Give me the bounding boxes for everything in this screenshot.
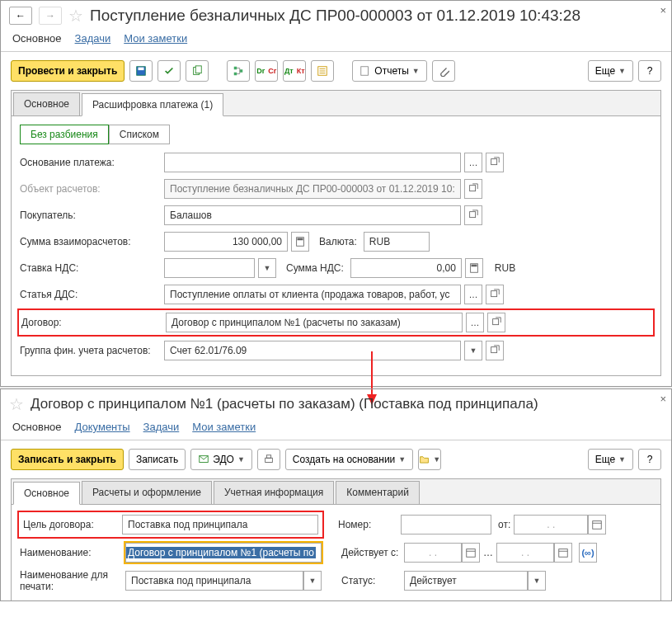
nav-back-button[interactable]: ← [9, 7, 32, 25]
tab-payment-detail[interactable]: Расшифровка платежа (1) [82, 93, 223, 116]
vat-rate-label: Ставка НДС: [20, 262, 164, 274]
edo-button[interactable]: ЭДО ▼ [190, 449, 252, 470]
from-label: от: [498, 519, 510, 530]
select-button[interactable]: … [464, 153, 482, 172]
svg-rect-9 [491, 159, 497, 165]
nav-notes[interactable]: Мои заметки [192, 421, 256, 433]
drcr-icon[interactable]: DrCr [255, 60, 278, 82]
tab-main[interactable]: Основное [13, 482, 80, 505]
dropdown-button[interactable]: ▼ [303, 571, 322, 591]
nav-tasks[interactable]: Задачи [143, 421, 180, 433]
calculator-icon[interactable] [291, 232, 309, 252]
open-button[interactable] [486, 153, 504, 172]
structure-icon[interactable] [227, 60, 250, 82]
attach-icon[interactable] [432, 60, 455, 82]
open-button[interactable] [464, 205, 482, 225]
calcobj-input: Поступление безналичных ДС ПР00-000003 о… [164, 179, 461, 199]
basis-label: Основание платежа: [20, 157, 164, 168]
calendar-icon[interactable] [554, 543, 572, 563]
write-and-close-button[interactable]: Записать и закрыть [11, 449, 124, 470]
svg-rect-26 [559, 549, 568, 558]
nav-main[interactable]: Основное [12, 421, 62, 433]
dropdown-button[interactable]: ▼ [258, 258, 276, 278]
toggle-list[interactable]: Списком [109, 125, 170, 144]
favorite-star-icon[interactable]: ☆ [68, 6, 83, 26]
favorite-star-icon[interactable]: ☆ [9, 394, 24, 414]
dropdown-button[interactable]: ▼ [464, 341, 482, 360]
from-date-input[interactable]: . . [514, 515, 588, 534]
vat-sum-input[interactable]: 0,00 [350, 258, 462, 278]
svg-rect-24 [593, 521, 602, 530]
basis-input[interactable] [164, 153, 461, 172]
name-input[interactable]: Договор с принципалом №1 (расчеты по [125, 543, 322, 563]
printname-label: Наименование для печати: [20, 569, 125, 592]
write-button[interactable]: Записать [129, 449, 186, 470]
sum-input[interactable]: 130 000,00 [164, 232, 288, 252]
calendar-icon[interactable] [462, 543, 480, 563]
svg-rect-15 [471, 265, 477, 267]
svg-rect-4 [234, 67, 237, 70]
svg-rect-6 [240, 69, 243, 73]
post-icon[interactable] [157, 60, 181, 82]
copy-icon[interactable] [186, 60, 209, 82]
svg-rect-8 [361, 67, 369, 76]
buyer-label: Покупатель: [20, 210, 164, 221]
vat-rate-input[interactable] [164, 258, 255, 278]
calendar-icon[interactable] [588, 515, 606, 534]
contract-input[interactable]: Договор с принципалом №1 (расчеты по зак… [166, 313, 463, 332]
svg-rect-3 [196, 66, 202, 73]
toggle-no-split[interactable]: Без разбиения [20, 125, 109, 144]
open-button[interactable] [486, 285, 504, 304]
more-button[interactable]: Еще ▼ [588, 449, 633, 470]
purpose-input[interactable]: Поставка под принципала [122, 515, 318, 534]
cashflow-label: Статья ДДС: [20, 289, 164, 300]
dropdown-button[interactable]: ▼ [528, 571, 546, 591]
tab-calc[interactable]: Расчеты и оформление [82, 481, 212, 504]
help-button[interactable]: ? [638, 60, 661, 82]
valid-from-input[interactable]: . . [404, 543, 462, 563]
currency-input[interactable]: RUB [364, 232, 430, 252]
nav-main[interactable]: Основное [12, 32, 62, 45]
name-label: Наименование: [20, 547, 125, 558]
svg-rect-10 [470, 186, 476, 191]
valid-to-input[interactable]: . . [496, 543, 554, 563]
open-button[interactable] [464, 179, 482, 199]
folder-icon[interactable]: ▼ [418, 449, 441, 470]
svg-rect-18 [491, 347, 497, 353]
open-button[interactable] [487, 313, 505, 332]
tab-comment[interactable]: Комментарий [336, 481, 420, 504]
svg-rect-1 [139, 68, 144, 71]
print-icon[interactable] [257, 449, 280, 470]
cashflow-input[interactable]: Поступление оплаты от клиента (продажа т… [164, 285, 461, 304]
page-title: Договор с принципалом №1 (расчеты по зак… [31, 396, 538, 412]
buyer-input[interactable]: Балашов [164, 205, 461, 225]
printname-input[interactable]: Поставка под принципала [125, 571, 303, 591]
open-button[interactable] [486, 341, 504, 360]
nav-notes[interactable]: Мои заметки [124, 32, 187, 45]
close-icon[interactable]: × [660, 393, 666, 405]
select-button[interactable]: … [466, 313, 484, 332]
post-and-close-button[interactable]: Провести и закрыть [11, 60, 125, 82]
svg-rect-11 [470, 212, 476, 218]
status-input[interactable]: Действует [404, 571, 528, 591]
nav-forward-button[interactable]: → [39, 7, 62, 25]
number-input[interactable] [401, 515, 491, 534]
save-icon[interactable] [129, 60, 153, 82]
create-based-button[interactable]: Создать на основании ▼ [285, 449, 413, 470]
dtkt-icon[interactable]: ДтКт [283, 60, 306, 82]
sum-label: Сумма взаиморасчетов: [20, 236, 164, 247]
nav-documents[interactable]: Документы [75, 421, 130, 433]
tab-main[interactable]: Основное [13, 92, 80, 115]
infinity-button[interactable]: (∞) [579, 543, 597, 563]
tab-accounting[interactable]: Учетная информация [214, 481, 334, 504]
nav-tasks[interactable]: Задачи [75, 32, 111, 45]
more-button[interactable]: Еще ▼ [588, 60, 633, 82]
select-button[interactable]: … [464, 285, 482, 304]
status-label: Статус: [341, 575, 404, 586]
close-icon[interactable]: × [660, 4, 666, 16]
reports-button[interactable]: Отчеты▼ [352, 60, 426, 82]
calculator-icon[interactable] [465, 258, 483, 278]
checklist-icon[interactable] [311, 60, 334, 82]
help-button[interactable]: ? [638, 449, 661, 470]
finacct-input[interactable]: Счет 62.01/76.09 [164, 341, 461, 360]
